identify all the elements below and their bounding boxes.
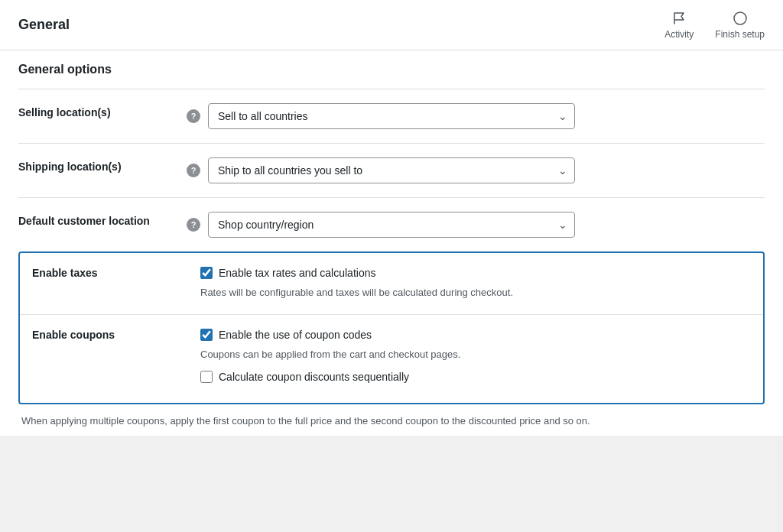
below-box-note: When applying multiple coupons, apply th… xyxy=(18,414,765,430)
shipping-location-field: ? Ship to all countries you sell to Ship… xyxy=(187,157,765,183)
default-customer-location-row: Default customer location ? Shop country… xyxy=(18,198,765,252)
shipping-location-select-wrapper: Ship to all countries you sell to Ship t… xyxy=(208,157,575,183)
enable-coupons-hint: Coupons can be applied from the cart and… xyxy=(200,347,751,362)
enable-coupons-row: Enable coupons Enable the use of coupon … xyxy=(20,314,763,403)
shipping-location-label: Shipping location(s) xyxy=(18,161,122,173)
default-customer-location-select[interactable]: Shop country/region No location by defau… xyxy=(208,212,575,238)
selling-location-label: Selling location(s) xyxy=(18,106,111,118)
section-wrapper: General options Selling location(s) ? xyxy=(0,50,783,436)
selling-location-help-icon[interactable]: ? xyxy=(187,109,200,123)
selling-location-field: ? Sell to all countries Sell to specific… xyxy=(187,103,765,129)
options-table: Selling location(s) ? Sell to all countr… xyxy=(18,89,765,251)
sequential-coupons-checkbox[interactable] xyxy=(200,371,213,383)
section-title: General options xyxy=(18,50,765,89)
enable-coupons-checkbox[interactable] xyxy=(200,329,213,341)
shipping-location-select[interactable]: Ship to all countries you sell to Ship t… xyxy=(208,157,575,183)
header-actions: Activity Finish setup xyxy=(664,11,765,40)
default-customer-location-field: ? Shop country/region No location by def… xyxy=(187,212,765,238)
sequential-coupons-label[interactable]: Calculate coupon discounts sequentially xyxy=(219,371,409,383)
finish-setup-label: Finish setup xyxy=(715,29,765,40)
enable-coupons-checkbox-row: Enable the use of coupon codes xyxy=(200,329,751,341)
selling-location-select[interactable]: Sell to all countries Sell to specific c… xyxy=(208,103,575,129)
highlighted-options-table: Enable taxes Enable tax rates and calcul… xyxy=(20,253,763,403)
enable-taxes-row: Enable taxes Enable tax rates and calcul… xyxy=(20,253,763,314)
header: General Activity Finish setup xyxy=(0,0,783,50)
enable-coupons-checkbox-label[interactable]: Enable the use of coupon codes xyxy=(219,329,372,341)
enable-taxes-checkbox-label[interactable]: Enable tax rates and calculations xyxy=(219,267,375,279)
activity-button[interactable]: Activity xyxy=(664,11,694,40)
section-body: Selling location(s) ? Sell to all countr… xyxy=(18,89,765,436)
enable-taxes-checkbox-row: Enable tax rates and calculations xyxy=(200,267,751,279)
circle-icon xyxy=(733,11,748,26)
shipping-location-row: Shipping location(s) ? Ship to all count… xyxy=(18,144,765,198)
default-customer-location-label: Default customer location xyxy=(18,215,150,227)
enable-taxes-hint: Rates will be configurable and taxes wil… xyxy=(200,285,751,300)
finish-setup-button[interactable]: Finish setup xyxy=(715,11,765,40)
main-content: General options Selling location(s) ? xyxy=(0,50,783,454)
default-customer-location-help-icon[interactable]: ? xyxy=(187,218,200,232)
flag-icon xyxy=(671,11,687,26)
enable-taxes-label: Enable taxes xyxy=(32,267,98,279)
activity-label: Activity xyxy=(664,29,694,40)
shipping-location-help-icon[interactable]: ? xyxy=(187,164,200,177)
highlight-box: Enable taxes Enable tax rates and calcul… xyxy=(18,251,765,404)
enable-coupons-label: Enable coupons xyxy=(32,329,115,341)
selling-location-row: Selling location(s) ? Sell to all countr… xyxy=(18,89,765,144)
enable-taxes-checkbox[interactable] xyxy=(200,267,213,279)
selling-location-select-wrapper: Sell to all countries Sell to specific c… xyxy=(208,103,575,129)
default-customer-location-select-wrapper: Shop country/region No location by defau… xyxy=(208,212,575,238)
svg-point-0 xyxy=(734,12,746,24)
sequential-coupons-checkbox-row: Calculate coupon discounts sequentially xyxy=(200,371,751,383)
page-title: General xyxy=(18,17,70,33)
